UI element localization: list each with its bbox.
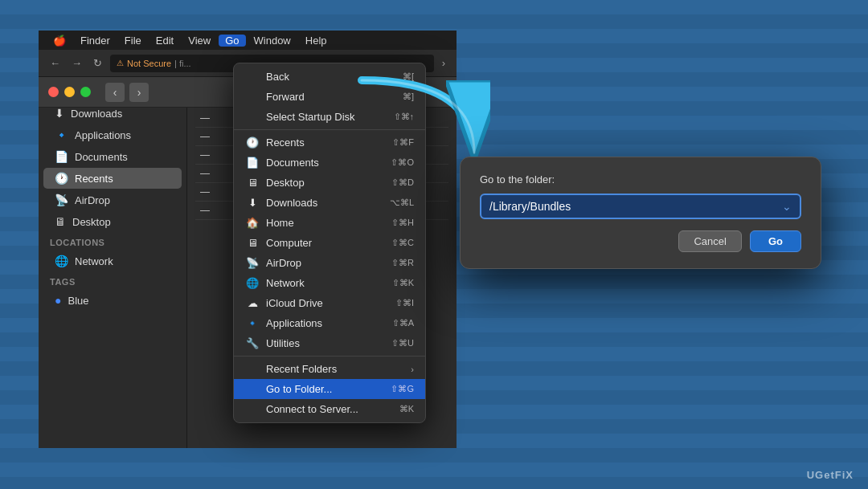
go-button[interactable]: Go <box>750 230 801 252</box>
desktop-icon: 🖥 <box>55 215 66 228</box>
desktop-shortcut: ⇧⌘D <box>391 177 414 188</box>
dialog-title: Go to the folder: <box>480 173 801 185</box>
applications-label: Applications <box>266 317 322 329</box>
sidebar-item-desktop[interactable]: 🖥 Desktop <box>43 211 182 232</box>
downloads-label: Downloads <box>266 197 317 209</box>
recents-label: Recents <box>266 137 305 149</box>
locations-label: Locations <box>39 233 186 250</box>
browser-extra[interactable]: › <box>439 55 448 71</box>
dialog-box: Go to the folder: /Library/Bundles ⌄ Can… <box>460 157 821 269</box>
forward-button[interactable]: → <box>68 55 85 71</box>
goto-folder-label: Go to Folder... <box>266 383 332 395</box>
recents-icon: 🕐 <box>55 172 68 185</box>
sidebar-label-applications: Applications <box>75 129 131 141</box>
downloads-icon: ⬇ <box>55 107 64 120</box>
network-shortcut: ⇧⌘K <box>392 278 414 288</box>
dialog-input-value: /Library/Bundles <box>489 200 571 213</box>
sidebar-item-airdrop[interactable]: 📡 AirDrop <box>43 189 182 210</box>
sidebar-item-recents[interactable]: 🕐 Recents <box>43 168 182 189</box>
menubar-go[interactable]: Go <box>219 35 245 47</box>
minimize-button[interactable] <box>64 87 75 97</box>
network-icon: 🌐 <box>55 255 68 267</box>
sidebar: Favorites ⬇ Downloads 🔹 Applications 📄 D… <box>39 77 187 448</box>
sidebar-item-applications[interactable]: 🔹 Applications <box>43 124 182 145</box>
apple-menu[interactable]: 🍎 <box>47 35 72 47</box>
menu-item-home[interactable]: 🏠 Home ⇧⌘H <box>234 213 425 233</box>
reload-button[interactable]: ↻ <box>90 55 105 71</box>
url-text: | fi... <box>174 59 191 68</box>
recent-folders-label: Recent Folders <box>266 363 337 375</box>
separator-2 <box>234 356 425 357</box>
back-button[interactable]: ← <box>47 55 63 71</box>
menu-item-computer[interactable]: 🖥 Computer ⇧⌘C <box>234 233 425 253</box>
applications-shortcut: ⇧⌘A <box>392 318 414 328</box>
sidebar-item-blue-tag[interactable]: ● Blue <box>43 290 182 311</box>
menubar-edit[interactable]: Edit <box>149 35 180 47</box>
dialog-input-field[interactable]: /Library/Bundles ⌄ <box>480 194 801 219</box>
menubar-view[interactable]: View <box>182 35 217 47</box>
cancel-button[interactable]: Cancel <box>678 230 741 252</box>
documents-icon: 📄 <box>55 150 68 163</box>
computer-label: Computer <box>266 237 312 249</box>
connect-server-shortcut: ⌘K <box>399 404 414 414</box>
applications-menu-icon: 🔹 <box>245 317 260 329</box>
menu-item-icloud[interactable]: ☁ iCloud Drive ⇧⌘I <box>234 293 425 313</box>
sidebar-label-desktop: Desktop <box>72 216 111 228</box>
menubar-file[interactable]: File <box>118 35 148 47</box>
menubar-help[interactable]: Help <box>299 35 334 47</box>
connect-server-label: Connect to Server... <box>266 403 358 415</box>
airdrop-menu-icon: 📡 <box>245 257 260 269</box>
sidebar-label-downloads: Downloads <box>71 108 122 120</box>
icloud-label: iCloud Drive <box>266 297 323 309</box>
airdrop-shortcut: ⇧⌘R <box>391 258 414 268</box>
menu-item-connect-server[interactable]: Connect to Server... ⌘K <box>234 399 425 419</box>
recent-folders-arrow: › <box>411 365 414 374</box>
computer-menu-icon: 🖥 <box>245 237 260 249</box>
sidebar-label-blue: Blue <box>68 295 88 307</box>
sidebar-label-documents: Documents <box>75 151 128 163</box>
watermark: UGetFiX <box>807 469 854 481</box>
forward-label: Forward <box>266 91 305 103</box>
menubar-window[interactable]: Window <box>248 35 297 47</box>
menu-item-utilities[interactable]: 🔧 Utilities ⇧⌘U <box>234 333 425 353</box>
not-secure-label: Not Secure <box>127 59 171 68</box>
icloud-shortcut: ⇧⌘I <box>395 298 414 308</box>
startup-label: Select Startup Disk <box>266 111 355 123</box>
applications-icon: 🔹 <box>55 128 68 141</box>
documents-menu-icon: 📄 <box>245 157 260 169</box>
desktop-menu-icon: 🖥 <box>245 177 260 189</box>
maximize-button[interactable] <box>80 87 91 97</box>
dialog-input-arrow-icon: ⌄ <box>782 200 792 213</box>
goto-folder-shortcut: ⇧⌘G <box>391 384 414 394</box>
menu-item-recent-folders[interactable]: Recent Folders › <box>234 359 425 379</box>
utilities-label: Utilities <box>266 337 300 349</box>
tags-label: Tags <box>39 272 186 289</box>
sidebar-item-network[interactable]: 🌐 Network <box>43 251 182 271</box>
forward-nav-button[interactable]: › <box>129 83 149 102</box>
airdrop-icon: 📡 <box>55 194 68 206</box>
traffic-lights <box>48 87 91 97</box>
menubar-finder[interactable]: Finder <box>74 35 117 47</box>
icloud-menu-icon: ☁ <box>245 297 260 309</box>
close-button[interactable] <box>48 87 59 97</box>
sidebar-item-documents[interactable]: 📄 Documents <box>43 146 182 167</box>
blue-tag-icon: ● <box>55 294 61 307</box>
menu-item-goto-folder[interactable]: Go to Folder... ⇧⌘G <box>234 379 425 399</box>
menu-item-downloads[interactable]: ⬇ Downloads ⌥⌘L <box>234 193 425 213</box>
lock-icon: ⚠ <box>117 59 124 67</box>
back-nav-button[interactable]: ‹ <box>105 83 125 102</box>
network-menu-icon: 🌐 <box>245 277 260 289</box>
airdrop-label: AirDrop <box>266 257 301 269</box>
utilities-menu-icon: 🔧 <box>245 337 260 349</box>
menu-item-applications[interactable]: 🔹 Applications ⇧⌘A <box>234 313 425 333</box>
menu-item-airdrop[interactable]: 📡 AirDrop ⇧⌘R <box>234 253 425 273</box>
network-label: Network <box>266 277 305 289</box>
menu-item-network[interactable]: 🌐 Network ⇧⌘K <box>234 273 425 293</box>
back-label: Back <box>266 71 289 83</box>
desktop-label: Desktop <box>266 177 305 189</box>
utilities-shortcut: ⇧⌘U <box>391 338 414 348</box>
downloads-menu-icon: ⬇ <box>245 197 260 209</box>
home-label: Home <box>266 217 294 229</box>
recents-menu-icon: 🕐 <box>245 137 260 149</box>
home-shortcut: ⇧⌘H <box>391 218 414 228</box>
